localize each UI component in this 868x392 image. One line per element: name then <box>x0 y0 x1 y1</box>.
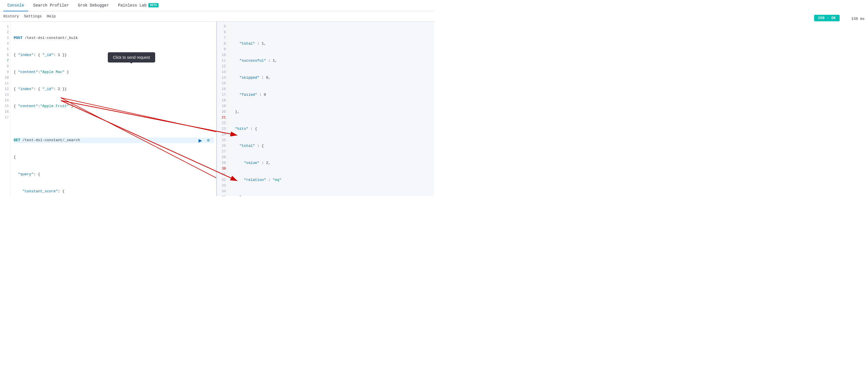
editor-code-area: 1 2 3 4 5 6 7 8 9 10 11 12 13 14 15 16 1… <box>0 22 216 196</box>
editor-line-6 <box>13 120 214 126</box>
output-line-7: "skipped" : 0, <box>230 75 432 81</box>
tab-grok-debugger[interactable]: Grok Debugger <box>74 0 113 11</box>
output-code-content: "total" : 1, "successful" : 1, "skipped"… <box>227 22 434 196</box>
output-line-8: "failed" : 0 <box>230 92 432 98</box>
output-line-12: "value" : 2, <box>230 160 432 166</box>
editor-line-5: { "content":"Apple Fruit" } <box>13 103 214 109</box>
editor-line-4: { "index": { "_id": 2 }} <box>13 86 214 92</box>
output-line-11: "total" : { <box>230 143 432 149</box>
editor-line-2: { "index": { "_id": 1 }} <box>13 52 214 58</box>
tab-painless-lab[interactable]: Painless Lab BETA <box>114 0 162 11</box>
settings-link[interactable]: Settings <box>24 14 42 19</box>
copy-button[interactable]: ⚙ <box>205 137 212 144</box>
editor-line-numbers: 1 2 3 4 5 6 7 8 9 10 11 12 13 14 15 16 1… <box>0 22 10 196</box>
editor-code-content[interactable]: POST /test-dsl-constant/_bulk { "index":… <box>10 22 216 196</box>
help-link[interactable]: Help <box>47 14 56 19</box>
tab-search-profiler[interactable]: Search Profiler <box>29 0 73 11</box>
editor-panel[interactable]: 1 2 3 4 5 6 7 8 9 10 11 12 13 14 15 16 1… <box>0 22 217 196</box>
editor-line-9: "query": { <box>13 172 214 177</box>
output-line-10: "hits" : { <box>230 126 432 132</box>
editor-line-8: { <box>13 155 214 160</box>
history-link[interactable]: History <box>3 14 19 19</box>
editor-line-3: { "content":"Apple Mac" } <box>13 69 214 75</box>
output-line-14: }, <box>230 194 432 196</box>
output-line-6: "successful" : 1, <box>230 58 432 64</box>
secondary-nav: History Settings Help 200 - OK 139 ms <box>0 11 434 22</box>
output-code-area: 5 6 7 8 9 10 11 12 13 14 15 16 17 18 19 … <box>217 22 434 196</box>
tab-console[interactable]: Console <box>3 0 28 11</box>
output-line-9: }, <box>230 109 432 115</box>
editor-line-7: GET /test-dsl-constant/_search ▶ ⚙ <box>13 138 214 143</box>
output-panel: 5 6 7 8 9 10 11 12 13 14 15 16 17 18 19 … <box>217 22 434 196</box>
beta-badge: BETA <box>148 3 159 7</box>
top-nav: Console Search Profiler Grok Debugger Pa… <box>0 0 434 11</box>
editor-line-10: "constant_score": { <box>13 189 214 194</box>
main-container: 1 2 3 4 5 6 7 8 9 10 11 12 13 14 15 16 1… <box>0 22 434 196</box>
play-button[interactable]: ▶ <box>197 137 204 144</box>
output-line-5: "total" : 1, <box>230 41 432 47</box>
output-line-numbers: 5 6 7 8 9 10 11 12 13 14 15 16 17 18 19 … <box>217 22 227 196</box>
output-line-13: "relation" : "eq" <box>230 177 432 183</box>
editor-line-1: POST /test-dsl-constant/_bulk <box>13 35 214 41</box>
